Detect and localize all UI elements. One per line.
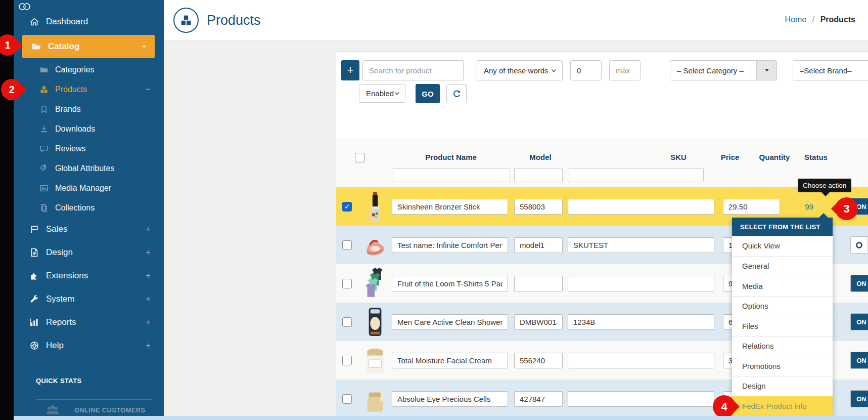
menu-item-options[interactable]: Options <box>732 296 833 316</box>
expander-icon[interactable]: + <box>142 41 147 52</box>
left-edge-strip <box>0 0 14 420</box>
menu-item-fedex-product-info[interactable]: FedEx Product info <box>732 396 833 416</box>
sidebar-item-categories[interactable]: Categories <box>14 60 164 79</box>
sidebar-item-reviews[interactable]: Reviews <box>14 139 164 158</box>
sidebar-item-catalog[interactable]: Catalog + <box>22 35 155 58</box>
column-header-status[interactable]: Status <box>804 153 828 161</box>
row-checkbox[interactable] <box>342 394 352 404</box>
product-name-input[interactable] <box>392 391 508 407</box>
product-name-filter-input[interactable] <box>393 168 510 182</box>
price-min-input[interactable] <box>570 60 602 80</box>
sidebar-divider <box>36 399 152 400</box>
toggle-on-label: ON <box>851 314 868 330</box>
sidebar-item-brands[interactable]: Brands <box>14 99 164 119</box>
menu-item-media[interactable]: Media <box>732 276 833 296</box>
model-input[interactable] <box>514 237 563 253</box>
sidebar-item-dashboard[interactable]: Dashboard <box>14 10 164 33</box>
expander-icon[interactable]: + <box>146 247 151 258</box>
product-name-input[interactable] <box>392 199 508 215</box>
sidebar-item-downloads[interactable]: Downloads <box>14 119 164 139</box>
sku-input[interactable] <box>568 276 714 291</box>
chevron-down-icon <box>551 67 557 74</box>
action-menu: SELECT FROM THE LIST Quick View General … <box>732 218 833 416</box>
status-toggle[interactable]: ON <box>850 275 868 292</box>
sidebar-item-design[interactable]: Design + <box>14 241 164 264</box>
column-header-model[interactable]: Model <box>529 153 551 161</box>
sidebar-item-system[interactable]: System + <box>14 287 164 311</box>
price-input[interactable] <box>723 199 780 215</box>
row-checkbox[interactable] <box>342 240 352 250</box>
expander-icon[interactable]: + <box>146 271 151 281</box>
add-product-button[interactable]: + <box>341 60 359 80</box>
expander-icon[interactable]: + <box>146 224 151 234</box>
menu-item-design[interactable]: Design <box>732 376 833 396</box>
expander-icon[interactable]: + <box>146 294 151 304</box>
sku-input[interactable] <box>568 353 714 368</box>
sidebar-item-products[interactable]: Products − <box>14 79 164 99</box>
image-icon <box>39 184 49 193</box>
sidebar-item-extensions[interactable]: Extensions + <box>14 264 164 287</box>
model-input[interactable] <box>514 276 563 291</box>
refresh-button[interactable] <box>446 84 467 103</box>
model-filter-input[interactable] <box>514 168 563 182</box>
row-checkbox[interactable] <box>342 279 352 288</box>
brand-select[interactable]: –Select Brand– <box>793 60 868 80</box>
status-toggle[interactable]: ON <box>850 390 868 407</box>
product-image <box>362 306 388 338</box>
sidebar-item-label: Downloads <box>55 124 95 134</box>
product-name-input[interactable] <box>392 314 508 330</box>
match-mode-select[interactable]: Any of these words <box>477 60 563 80</box>
row-checkbox[interactable] <box>342 317 352 327</box>
sku-input[interactable] <box>568 391 714 407</box>
sidebar-item-reports[interactable]: Reports + <box>14 311 164 334</box>
caret-down-icon[interactable] <box>756 61 776 80</box>
status-filter-select[interactable]: Enabled <box>359 84 405 103</box>
model-input[interactable] <box>514 314 563 330</box>
menu-item-relations[interactable]: Relations <box>732 336 833 356</box>
search-input[interactable] <box>362 60 464 80</box>
sku-filter-input[interactable] <box>569 168 704 182</box>
model-input[interactable] <box>514 391 563 407</box>
menu-item-general[interactable]: General <box>732 256 833 276</box>
sidebar-item-help[interactable]: Help + <box>14 334 164 357</box>
column-header-sku[interactable]: SKU <box>670 153 687 161</box>
go-button[interactable]: GO <box>416 84 440 103</box>
column-header-product-name[interactable]: Product Name <box>425 153 477 161</box>
sidebar-item-global-attributes[interactable]: Global Attributes <box>14 158 164 178</box>
status-toggle[interactable]: ON <box>850 313 868 330</box>
model-input[interactable] <box>514 353 563 368</box>
sidebar-item-label: Global Attributes <box>55 164 114 173</box>
online-customers-stat: ONLINE CUSTOMERS <box>44 403 145 417</box>
products-title-icon <box>173 8 199 33</box>
action-menu-items: Quick View General Media Options Files R… <box>732 236 833 416</box>
sidebar-item-media-manager[interactable]: Media Manager <box>14 178 164 198</box>
sku-input[interactable] <box>568 237 714 253</box>
column-header-price[interactable]: Price <box>721 153 740 161</box>
model-input[interactable] <box>514 199 563 215</box>
row-checkbox[interactable]: ✓ <box>342 202 352 212</box>
status-toggle[interactable]: ON <box>850 352 868 369</box>
menu-item-quick-view[interactable]: Quick View <box>732 236 833 256</box>
row-checkbox[interactable] <box>342 356 352 365</box>
sku-input[interactable] <box>568 199 714 215</box>
column-header-quantity[interactable]: Quantity <box>759 153 790 161</box>
breadcrumb-home-link[interactable]: Home <box>785 15 807 24</box>
sidebar-item-sales[interactable]: Sales + <box>14 218 164 241</box>
product-name-input[interactable] <box>392 237 508 253</box>
menu-item-promotions[interactable]: Promotions <box>732 356 833 376</box>
menu-item-files[interactable]: Files <box>732 316 833 336</box>
category-select[interactable]: – Select Category – <box>670 60 777 80</box>
expander-icon[interactable]: + <box>146 317 151 327</box>
sidebar-item-collections[interactable]: Collections <box>14 198 164 218</box>
select-all-checkbox[interactable] <box>355 153 364 162</box>
status-toggle[interactable]: OFF <box>850 236 868 254</box>
menu-item-label: FedEx Product info <box>742 402 807 410</box>
price-max-input[interactable] <box>609 60 641 80</box>
sidebar-item-label: Products <box>55 85 87 94</box>
sku-input[interactable] <box>568 314 714 330</box>
product-name-input[interactable] <box>392 353 508 368</box>
expander-icon[interactable]: + <box>146 341 151 351</box>
product-name-input[interactable] <box>392 276 508 291</box>
expander-icon[interactable]: − <box>146 85 151 95</box>
quantity-link[interactable]: 99 <box>780 202 838 211</box>
